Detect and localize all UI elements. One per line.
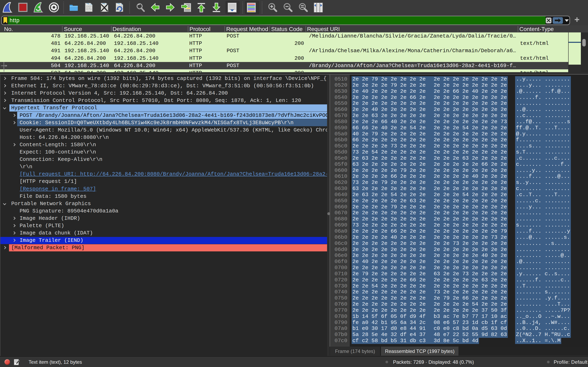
svg-text:01110: 01110 <box>86 9 92 11</box>
